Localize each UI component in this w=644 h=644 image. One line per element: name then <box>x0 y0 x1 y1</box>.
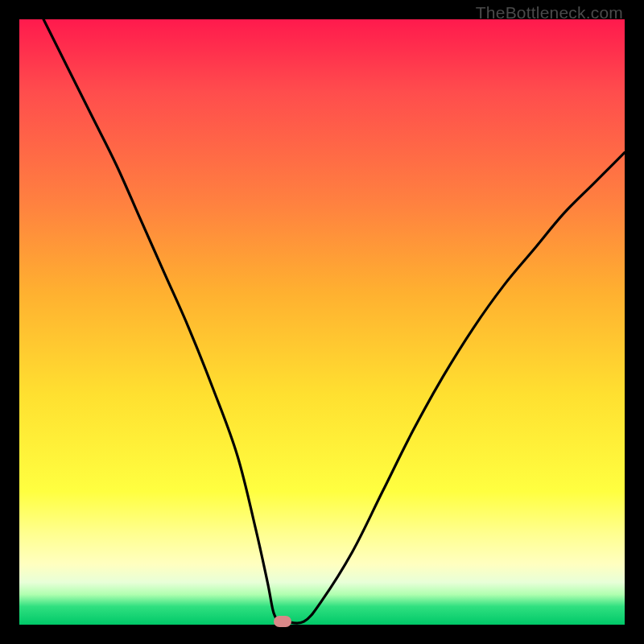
chart-frame: TheBottleneck.com <box>0 0 644 644</box>
watermark-text: TheBottleneck.com <box>476 3 623 23</box>
plot-area <box>19 19 625 625</box>
optimum-marker <box>274 616 291 627</box>
curve-path <box>43 19 625 623</box>
bottleneck-curve <box>19 19 625 625</box>
